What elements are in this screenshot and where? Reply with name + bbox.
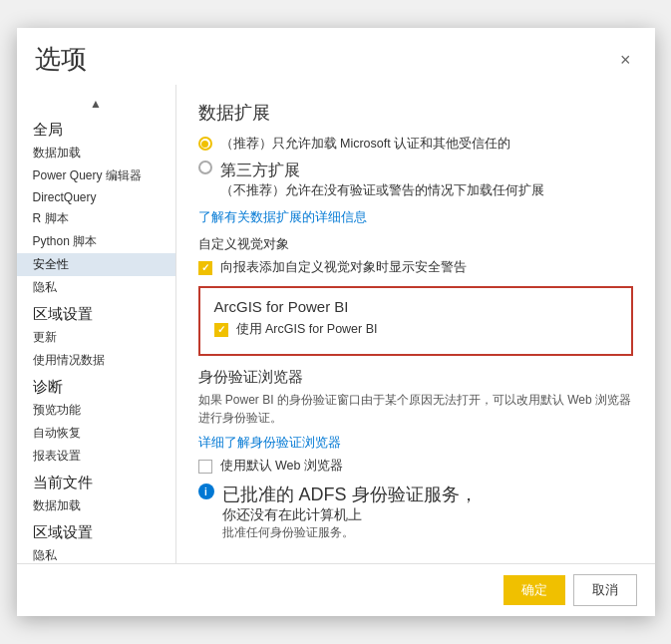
- adfs-title: 已批准的 ADFS 身份验证服务，: [222, 483, 478, 506]
- cancel-button[interactable]: 取消: [573, 574, 637, 606]
- arcgis-title: ArcGIS for Power BI: [214, 298, 617, 315]
- sidebar-group-region2: 区域设置: [17, 517, 175, 544]
- option-recommended-text: （推荐）只允许加载 Microsoft 认证和其他受信任的: [220, 135, 511, 153]
- adfs-row: i 已批准的 ADFS 身份验证服务， 你还没有在此计算机上 批准任何身份验证服…: [198, 483, 633, 541]
- sidebar-item-update[interactable]: 更新: [17, 326, 175, 349]
- option-row-thirdparty: 第三方扩展 （不推荐）允许在没有验证或警告的情况下加载任何扩展: [198, 161, 633, 199]
- ok-button[interactable]: 确定: [503, 575, 565, 605]
- dialog-body: ▲ 全局 数据加载 Power Query 编辑器 DirectQuery R …: [17, 85, 655, 563]
- auth-browser-link[interactable]: 详细了解身份验证浏览器: [198, 436, 341, 450]
- sidebar-item-autorecover[interactable]: 自动恢复: [17, 422, 175, 445]
- title-bar: 选项 ×: [17, 28, 655, 85]
- auth-browser-desc: 如果 Power BI 的身份验证窗口由于某个原因无法打开，可以改用默认 Web…: [198, 391, 633, 427]
- close-button[interactable]: ×: [614, 49, 637, 71]
- sidebar-item-usage[interactable]: 使用情况数据: [17, 349, 175, 372]
- content-area: 数据扩展 （推荐）只允许加载 Microsoft 认证和其他受信任的 第三方扩展…: [176, 85, 655, 563]
- sidebar-item-current-dataloading[interactable]: 数据加载: [17, 494, 175, 517]
- auth-browser-title: 身份验证浏览器: [198, 368, 633, 387]
- sidebar-group-current: 当前文件: [17, 468, 175, 494]
- sidebar-item-powerquery[interactable]: Power Query 编辑器: [17, 164, 175, 187]
- sidebar-item-rscript[interactable]: R 脚本: [17, 207, 175, 230]
- arcgis-checkbox-label: 使用 ArcGIS for Power BI: [236, 321, 378, 338]
- arcgis-box: ArcGIS for Power BI 使用 ArcGIS for Power …: [198, 286, 633, 356]
- sidebar-item-report-settings[interactable]: 报表设置: [17, 445, 175, 468]
- sidebar-item-dataloading[interactable]: 数据加载: [17, 142, 175, 164]
- radio-recommended[interactable]: [198, 137, 212, 151]
- arcgis-checkbox-row: 使用 ArcGIS for Power BI: [214, 321, 617, 338]
- options-dialog: 选项 × ▲ 全局 数据加载 Power Query 编辑器 DirectQue…: [17, 28, 655, 616]
- sidebar-item-directquery[interactable]: DirectQuery: [17, 187, 175, 207]
- custom-visuals-label: 自定义视觉对象: [198, 236, 633, 253]
- sidebar: ▲ 全局 数据加载 Power Query 编辑器 DirectQuery R …: [17, 85, 176, 563]
- info-icon: i: [198, 483, 214, 499]
- custom-visuals-checkbox-row: 向报表添加自定义视觉对象时显示安全警告: [198, 259, 633, 276]
- auth-browser-checkbox-row: 使用默认 Web 浏览器: [198, 458, 633, 475]
- sidebar-item-privacy[interactable]: 隐私: [17, 276, 175, 299]
- section-data-extension-title: 数据扩展: [198, 101, 633, 125]
- auth-browser-checkbox[interactable]: [198, 460, 212, 474]
- option-thirdparty-bold: 第三方扩展: [220, 159, 544, 181]
- sidebar-group-region: 区域设置: [17, 299, 175, 326]
- custom-visuals-checkbox[interactable]: [198, 261, 212, 275]
- custom-visuals-checkbox-label: 向报表添加自定义视觉对象时显示安全警告: [220, 259, 467, 276]
- sidebar-item-current-privacy[interactable]: 隐私: [17, 544, 175, 563]
- data-extension-link[interactable]: 了解有关数据扩展的详细信息: [198, 210, 367, 224]
- arcgis-checkbox[interactable]: [214, 323, 228, 337]
- adfs-sub: 批准任何身份验证服务。: [222, 524, 478, 541]
- sidebar-item-security[interactable]: 安全性: [17, 253, 175, 276]
- scroll-up-arrow[interactable]: ▲: [17, 93, 175, 115]
- radio-thirdparty[interactable]: [198, 161, 212, 174]
- adfs-desc: 你还没有在此计算机上: [222, 506, 478, 524]
- option-row-recommended: （推荐）只允许加载 Microsoft 认证和其他受信任的: [198, 135, 633, 153]
- adfs-content: 已批准的 ADFS 身份验证服务， 你还没有在此计算机上 批准任何身份验证服务。: [222, 483, 478, 541]
- sidebar-group-global: 全局: [17, 115, 175, 142]
- sidebar-group-diagnostic: 诊断: [17, 372, 175, 399]
- auth-browser-checkbox-label: 使用默认 Web 浏览器: [220, 458, 343, 475]
- sidebar-item-pythonscript[interactable]: Python 脚本: [17, 230, 175, 253]
- option-thirdparty-text: 第三方扩展 （不推荐）允许在没有验证或警告的情况下加载任何扩展: [220, 161, 544, 199]
- sidebar-item-preview[interactable]: 预览功能: [17, 399, 175, 422]
- option-thirdparty-desc: （不推荐）允许在没有验证或警告的情况下加载任何扩展: [220, 183, 544, 197]
- dialog-title: 选项: [35, 42, 87, 77]
- dialog-footer: 确定 取消: [17, 563, 655, 616]
